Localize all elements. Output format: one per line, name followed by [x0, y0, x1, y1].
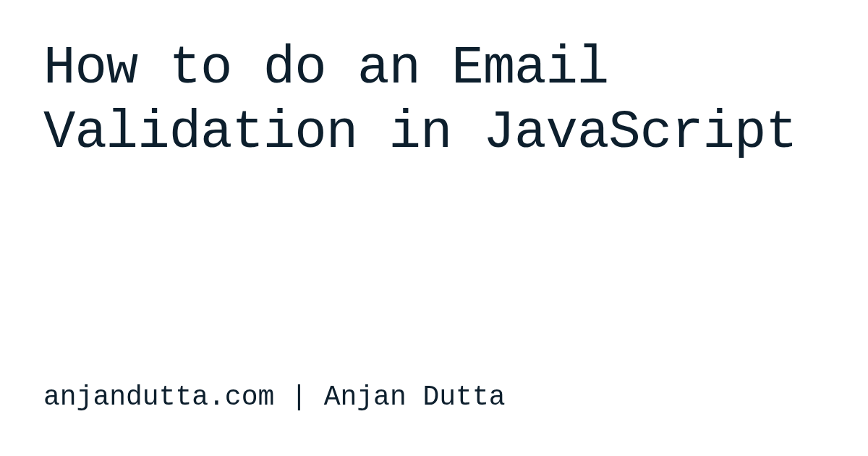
byline: anjandutta.com | Anjan Dutta	[43, 381, 506, 413]
page-title: How to do an Email Validation in JavaScr…	[43, 36, 825, 165]
